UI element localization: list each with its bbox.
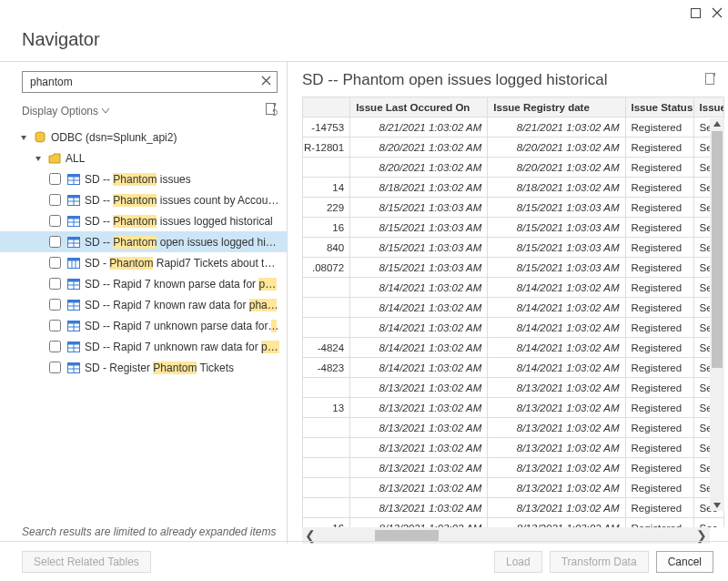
table-cell: 8/14/2021 1:03:02 AM	[488, 338, 625, 358]
select-related-tables-button[interactable]: Select Related Tables	[22, 551, 151, 573]
preview-table[interactable]: Issue Last Occured OnIssue Registry date…	[302, 97, 724, 527]
tree-item-checkbox[interactable]	[49, 362, 61, 373]
table-cell: Registered	[625, 258, 693, 278]
tree-item-label: SD -- Rapid 7 known parse data for pha..…	[85, 278, 281, 290]
table-row[interactable]: 168/15/2021 1:03:03 AM8/15/2021 1:03:03 …	[303, 218, 724, 238]
table-icon	[66, 193, 81, 208]
column-header[interactable]: Issue Status	[625, 97, 693, 117]
table-cell: 8/13/2021 1:03:02 AM	[488, 498, 625, 518]
transform-data-button[interactable]: Transform Data	[550, 551, 649, 573]
table-row[interactable]: 8/13/2021 1:03:02 AM8/13/2021 1:03:02 AM…	[303, 418, 724, 438]
table-row[interactable]: 8/20/2021 1:03:02 AM8/20/2021 1:03:02 AM…	[303, 158, 724, 178]
tree-item-checkbox[interactable]	[49, 341, 61, 352]
tree-item[interactable]: SD -- Rapid 7 unknown raw data for pha..…	[0, 336, 287, 357]
table-cell	[303, 158, 350, 178]
search-input-wrap[interactable]	[22, 71, 278, 93]
refresh-preview-icon[interactable]	[265, 102, 278, 119]
tree-item-label: SD -- Phantom issues count by Accounts	[85, 194, 281, 207]
table-cell: 8/15/2021 1:03:03 AM	[488, 258, 625, 278]
table-row[interactable]: R-128018/20/2021 1:03:02 AM8/20/2021 1:0…	[303, 138, 724, 158]
tree-item-checkbox[interactable]	[49, 173, 61, 185]
table-cell: 8/13/2021 1:03:02 AM	[488, 378, 625, 398]
column-header[interactable]: Issue T	[693, 97, 723, 117]
table-cell: 8/14/2021 1:03:02 AM	[350, 318, 488, 338]
table-row[interactable]: .080728/15/2021 1:03:03 AM8/15/2021 1:03…	[303, 258, 724, 278]
tree-item[interactable]: SD - Register Phantom Tickets	[0, 357, 287, 378]
table-cell: Registered	[625, 218, 693, 238]
table-row[interactable]: 8/13/2021 1:03:02 AM8/13/2021 1:03:02 AM…	[303, 378, 724, 398]
table-cell: Registered	[625, 478, 693, 498]
table-row[interactable]: 8408/15/2021 1:03:03 AM8/15/2021 1:03:03…	[303, 238, 724, 258]
expand-toggle-icon[interactable]	[18, 132, 29, 143]
scroll-down-icon[interactable]	[713, 502, 722, 509]
table-row[interactable]: -48248/14/2021 1:03:02 AM8/14/2021 1:03:…	[303, 338, 724, 358]
table-row[interactable]: -48238/14/2021 1:03:02 AM8/14/2021 1:03:…	[303, 358, 724, 378]
tree-item-label: SD -- Rapid 7 unknown parse data for p..…	[85, 320, 281, 332]
table-row[interactable]: 138/13/2021 1:03:02 AM8/13/2021 1:03:02 …	[303, 398, 724, 418]
table-cell: 8/15/2021 1:03:03 AM	[488, 238, 625, 258]
tree-group[interactable]: ALL	[0, 148, 287, 168]
table-cell: 8/13/2021 1:03:02 AM	[350, 478, 488, 498]
navigator-tree[interactable]: ODBC (dsn=Splunk_api2)ALLSD -- Phantom i…	[0, 123, 287, 520]
table-cell	[303, 498, 350, 518]
expand-toggle-icon[interactable]	[33, 153, 44, 164]
clear-search-icon[interactable]	[261, 76, 271, 88]
table-row[interactable]: 2298/15/2021 1:03:03 AM8/15/2021 1:03:03…	[303, 198, 724, 218]
column-header[interactable]: Issue Registry date	[488, 97, 625, 117]
tree-item[interactable]: SD -- Phantom issues count by Accounts	[0, 189, 287, 210]
tree-root[interactable]: ODBC (dsn=Splunk_api2)	[0, 127, 287, 148]
load-button[interactable]: Load	[494, 551, 542, 573]
tree-item[interactable]: SD -- Phantom open issues logged histo..…	[0, 231, 287, 252]
folder-icon	[47, 151, 62, 166]
table-cell: 8/20/2021 1:03:02 AM	[488, 138, 625, 158]
tree-item-checkbox[interactable]	[49, 320, 61, 331]
table-row[interactable]: 8/14/2021 1:03:02 AM8/14/2021 1:03:02 AM…	[303, 318, 724, 338]
table-row[interactable]: 8/14/2021 1:03:02 AM8/14/2021 1:03:02 AM…	[303, 278, 724, 298]
table-row[interactable]: 148/18/2021 1:03:02 AM8/18/2021 1:03:02 …	[303, 178, 724, 198]
tree-item[interactable]: SD -- Phantom issues	[0, 168, 287, 189]
tree-item-label: SD -- Rapid 7 known raw data for phant..…	[85, 299, 281, 311]
tree-item-checkbox[interactable]	[49, 194, 61, 206]
tree-item[interactable]: SD - Phantom Rapid7 Tickets about to e..…	[0, 252, 287, 273]
table-row[interactable]: 8/14/2021 1:03:02 AM8/14/2021 1:03:02 AM…	[303, 298, 724, 318]
column-header[interactable]	[303, 97, 350, 117]
search-input[interactable]	[28, 75, 261, 89]
column-header[interactable]: Issue Last Occured On	[350, 97, 488, 117]
vertical-scroll-thumb[interactable]	[712, 131, 723, 368]
tree-item-checkbox[interactable]	[49, 236, 61, 248]
table-cell: 13	[303, 398, 350, 418]
search-footnote: Search results are limited to already ex…	[0, 520, 287, 538]
maximize-icon[interactable]	[691, 8, 701, 18]
tree-item[interactable]: SD -- Rapid 7 known parse data for pha..…	[0, 273, 287, 294]
tree-item-checkbox[interactable]	[49, 257, 61, 269]
tree-item[interactable]: SD -- Phantom issues logged historical	[0, 210, 287, 231]
svg-rect-1	[267, 104, 275, 115]
tree-item[interactable]: SD -- Rapid 7 known raw data for phant..…	[0, 294, 287, 315]
preview-options-icon[interactable]	[704, 72, 717, 89]
vertical-scrollbar[interactable]	[710, 118, 724, 511]
table-row[interactable]: 8/13/2021 1:03:02 AM8/13/2021 1:03:02 AM…	[303, 498, 724, 518]
horizontal-scroll-thumb[interactable]	[375, 530, 439, 541]
table-cell: Registered	[625, 198, 693, 218]
scroll-up-icon[interactable]	[713, 120, 722, 127]
table-row[interactable]: 8/13/2021 1:03:02 AM8/13/2021 1:03:02 AM…	[303, 458, 724, 478]
close-icon[interactable]	[712, 7, 723, 18]
cancel-button[interactable]: Cancel	[656, 551, 713, 573]
display-options-dropdown[interactable]: Display Options	[22, 105, 109, 117]
table-cell: 8/14/2021 1:03:02 AM	[488, 278, 625, 298]
tree-item-checkbox[interactable]	[49, 278, 61, 290]
table-row[interactable]: 8/13/2021 1:03:02 AM8/13/2021 1:03:02 AM…	[303, 438, 724, 458]
tree-item-checkbox[interactable]	[49, 215, 61, 227]
tree-item[interactable]: SD -- Rapid 7 unknown parse data for p..…	[0, 315, 287, 336]
table-cell: 14	[303, 178, 350, 198]
table-icon	[66, 277, 81, 291]
table-cell: 8/20/2021 1:03:02 AM	[488, 158, 625, 178]
table-cell: 8/20/2021 1:03:02 AM	[350, 138, 488, 158]
table-row[interactable]: -147538/21/2021 1:03:02 AM8/21/2021 1:03…	[303, 117, 724, 138]
table-cell: -4824	[303, 338, 350, 358]
table-row[interactable]: 8/13/2021 1:03:02 AM8/13/2021 1:03:02 AM…	[303, 478, 724, 498]
table-cell: 8/13/2021 1:03:02 AM	[488, 438, 625, 458]
tree-item-checkbox[interactable]	[49, 299, 61, 311]
table-row[interactable]: 168/13/2021 1:03:02 AM8/13/2021 1:03:02 …	[303, 518, 724, 528]
tree-item-label: SD - Phantom Rapid7 Tickets about to e..…	[85, 257, 281, 270]
